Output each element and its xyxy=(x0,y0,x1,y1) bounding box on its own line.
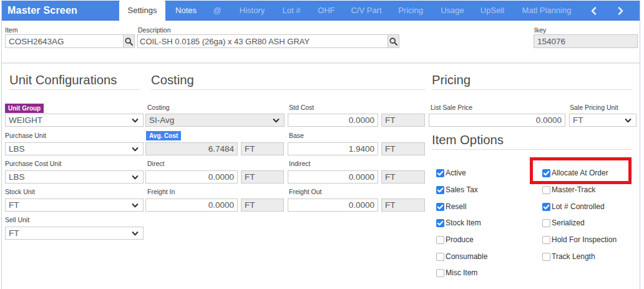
base-unit: FT xyxy=(381,142,425,155)
chevron-down-icon xyxy=(132,117,139,124)
section-title-unit-configurations: Unit Configurations xyxy=(9,72,140,90)
checkbox-consumable[interactable]: Consumable xyxy=(436,252,487,261)
checkbox-produce[interactable]: Produce xyxy=(436,235,474,244)
item-search-button[interactable] xyxy=(124,34,135,48)
description-search-button[interactable] xyxy=(388,34,399,48)
checkbox-misc-item[interactable]: Misc Item xyxy=(436,268,477,277)
freight-in-unit: FT xyxy=(241,198,284,212)
std-cost-unit: FT xyxy=(381,114,425,127)
tab-settings[interactable]: Settings xyxy=(119,1,165,21)
tab-pricing[interactable]: Pricing xyxy=(398,1,423,21)
tab-matl-planning[interactable]: Matl Planning xyxy=(522,1,572,21)
master-screen-panel: Master Screen Settings Notes @ History L… xyxy=(0,0,644,289)
item-label: Item xyxy=(5,26,17,34)
std-cost-input[interactable]: 0.0000 xyxy=(288,114,378,127)
tab-cv-part[interactable]: C/V Part xyxy=(351,1,381,21)
description-label: Description xyxy=(138,26,171,34)
page-title: Master Screen xyxy=(7,1,77,21)
checkbox-hold-for-inspection[interactable]: Hold For Inspection xyxy=(542,235,617,244)
base-label: Base xyxy=(289,132,304,140)
tab-at[interactable]: @ xyxy=(213,1,221,21)
chevron-down-icon xyxy=(273,117,280,124)
freight-out-unit: FT xyxy=(381,198,425,212)
freight-in-input[interactable]: 0.0000 xyxy=(145,198,238,212)
purchase-cost-unit-select[interactable]: LBS xyxy=(5,170,144,184)
purchase-unit-select[interactable]: LBS xyxy=(5,142,144,155)
base-input[interactable]: 1.9400 xyxy=(288,142,378,155)
checkbox-stock-item[interactable]: Stock Item xyxy=(436,218,481,227)
check-icon xyxy=(543,170,550,177)
avg-cost-badge: Avg. Cost xyxy=(146,131,181,140)
checkbox-active[interactable]: Active xyxy=(436,169,466,177)
tab-usage[interactable]: Usage xyxy=(441,1,464,21)
chevron-down-icon xyxy=(132,230,139,237)
ikey-label: Ikey xyxy=(534,26,546,34)
checkbox-master-track[interactable]: Master-Track xyxy=(542,185,595,194)
unit-group-select[interactable]: WEIGHT xyxy=(5,114,144,127)
checkbox-track-length[interactable]: Track Length xyxy=(542,252,595,261)
search-icon xyxy=(389,37,398,46)
ikey-input: 154076 xyxy=(534,34,638,48)
sell-unit-select[interactable]: FT xyxy=(5,227,144,240)
tab-lot-number[interactable]: Lot # xyxy=(283,1,301,21)
costing-label: Costing xyxy=(147,104,170,112)
freight-out-input[interactable]: 0.0000 xyxy=(288,198,378,212)
chevron-down-icon xyxy=(132,146,139,153)
purchase-unit-label: Purchase Unit xyxy=(5,132,46,140)
checkbox-serialized[interactable]: Serialized xyxy=(542,218,585,227)
header-separator xyxy=(2,62,640,64)
direct-unit: FT xyxy=(241,170,284,184)
check-icon xyxy=(437,187,444,193)
section-title-item-options: Item Options xyxy=(432,132,632,150)
sale-pricing-unit-select[interactable]: FT xyxy=(569,114,637,127)
direct-label: Direct xyxy=(147,160,164,168)
chevron-down-icon xyxy=(625,117,632,124)
stock-unit-select[interactable]: FT xyxy=(5,198,144,212)
check-icon xyxy=(437,203,444,210)
tab-ohf[interactable]: OHF xyxy=(318,1,334,21)
tabs-scroll-right-icon[interactable] xyxy=(618,1,624,21)
section-title-pricing: Pricing xyxy=(432,72,632,90)
avg-cost-input: 6.7484 xyxy=(145,142,238,155)
ikey-field: 154076 xyxy=(534,34,638,48)
item-field: COSH2643AG xyxy=(5,34,135,48)
checkbox-sales-tax[interactable]: Sales Tax xyxy=(436,185,478,194)
list-sale-price-label: List Sale Price xyxy=(431,104,472,112)
tab-history[interactable]: History xyxy=(240,1,265,21)
tab-upsell[interactable]: UpSell xyxy=(481,1,504,21)
search-icon xyxy=(125,37,133,46)
check-icon xyxy=(437,170,444,177)
check-icon xyxy=(543,203,550,210)
panel-border-right xyxy=(640,0,640,289)
avg-cost-unit: FT xyxy=(241,142,284,155)
checkbox-resell[interactable]: Resell xyxy=(436,202,466,211)
sale-pricing-unit-label: Sale Pricing Unit xyxy=(570,104,618,112)
description-input[interactable]: COIL-SH 0.0185 (26ga) x 43 GR80 ASH GRAY xyxy=(137,34,388,48)
checkbox-allocate-at-order[interactable]: Allocate At Order xyxy=(542,169,608,177)
list-sale-price-input[interactable]: 0.0000 xyxy=(429,114,565,127)
costing-select[interactable]: SI-Avg xyxy=(145,114,285,127)
sell-unit-label: Sell Unit xyxy=(5,216,29,224)
stock-unit-label: Stock Unit xyxy=(5,188,35,196)
freight-out-label: Freight Out xyxy=(289,188,322,196)
chevron-down-icon xyxy=(132,202,139,209)
chevron-down-icon xyxy=(132,174,139,181)
description-field: COIL-SH 0.0185 (26ga) x 43 GR80 ASH GRAY xyxy=(137,34,399,48)
checkbox-lot-controlled[interactable]: Lot # Controlled xyxy=(542,202,605,211)
unit-group-badge: Unit Group xyxy=(5,104,44,113)
indirect-unit: FT xyxy=(381,170,425,184)
purchase-cost-unit-label: Purchase Cost Unit xyxy=(5,160,61,168)
tab-notes[interactable]: Notes xyxy=(175,1,197,21)
direct-input[interactable]: 0.0000 xyxy=(145,170,238,184)
indirect-label: Indirect xyxy=(289,160,310,168)
item-input[interactable]: COSH2643AG xyxy=(5,34,124,48)
panel-border-left xyxy=(1,0,2,289)
tabs-scroll-left-icon[interactable] xyxy=(591,1,597,21)
std-cost-label: Std Cost xyxy=(289,104,314,112)
section-title-costing: Costing xyxy=(151,72,425,90)
check-icon xyxy=(437,220,444,227)
indirect-input[interactable]: 0.0000 xyxy=(288,170,378,184)
app-header: Master Screen Settings Notes @ History L… xyxy=(2,1,640,21)
freight-in-label: Freight In xyxy=(147,188,175,196)
